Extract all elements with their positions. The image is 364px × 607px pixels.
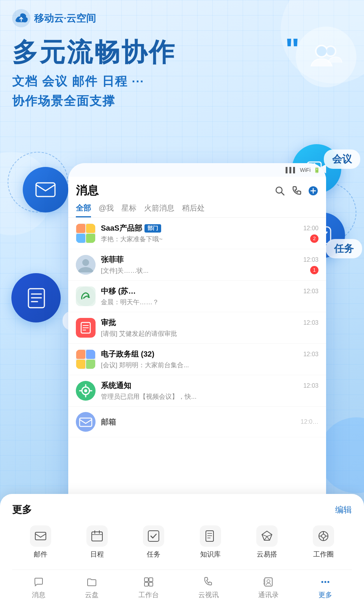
avatar (76, 318, 96, 338)
phone-status-bar: ▌▌▌ WiFi 🔋 (68, 163, 326, 177)
message-time: 12:03 (303, 288, 318, 295)
message-content: SaaS产品部 部门 12:00 李艳：大家准备下哦~ 2 (101, 223, 318, 244)
system-notification-icon (76, 381, 96, 401)
header-icons (275, 186, 318, 196)
list-item[interactable]: 日程 (86, 525, 108, 559)
battery-icon: 🔋 (314, 167, 320, 173)
svg-rect-61 (149, 578, 153, 582)
nav-item-cloud-disk[interactable]: 云盘 (85, 576, 99, 599)
message-sender: 审批 (101, 318, 116, 328)
phone-mockup: ▌▌▌ WiFi 🔋 消息 全 (68, 163, 326, 546)
list-item[interactable]: 云易搭 (256, 525, 278, 559)
nav-item-more[interactable]: 更多 (318, 576, 332, 599)
nav-item-video[interactable]: 云视讯 (198, 576, 219, 599)
svg-rect-46 (148, 531, 159, 541)
edit-button[interactable]: 编辑 (335, 504, 352, 516)
message-content: 审批 12:03 [请假] 艾健发起的请假审批 (101, 318, 318, 338)
svg-line-20 (281, 192, 284, 195)
message-sender: 中移 (苏… (101, 286, 136, 296)
svg-point-70 (324, 581, 326, 583)
add-icon[interactable] (308, 186, 318, 196)
svg-rect-63 (149, 582, 153, 586)
tab-later[interactable]: 稍后处 (182, 203, 205, 217)
task-app-label: 任务 (147, 550, 160, 559)
message-header: 消息 全部 @我 星标 火箭消息 稍后处 (68, 177, 326, 218)
mail-box-icon (34, 530, 47, 543)
message-content: 张菲菲 12:03 [文件]关……状... 1 (101, 255, 318, 275)
hero-title: 多元流畅协作 (12, 38, 352, 66)
message-sender: SaaS产品部 部门 (101, 223, 161, 233)
folder-icon (86, 577, 97, 587)
svg-line-53 (267, 536, 270, 540)
app-icons-row1: 邮件 日程 任务 (12, 525, 352, 559)
svg-rect-62 (144, 582, 148, 586)
table-row[interactable]: 系统通知 12:03 管理员已启用【视频会议】，快... (68, 375, 326, 407)
phone-call-icon (203, 577, 214, 587)
knowledge-box-icon (204, 530, 217, 543)
diamond-icon (260, 530, 273, 543)
svg-rect-60 (144, 578, 148, 582)
hero-section: 多元流畅协作 文档 会议 邮件 日程 ··· 协作场景全面支撑 (12, 38, 352, 110)
message-tabs: 全部 @我 星标 火箭消息 稍后处 (76, 203, 318, 217)
svg-rect-64 (265, 578, 272, 586)
meeting-label[interactable]: 会议 (324, 149, 360, 169)
table-row[interactable]: 邮箱 12:0… (68, 407, 326, 437)
hero-subtitle2: 协作场景全面支撑 (12, 93, 352, 110)
nav-workspace-label: 工作台 (138, 590, 159, 599)
more-dots-icon (320, 577, 331, 587)
doc-feature-circle[interactable] (11, 273, 61, 322)
mail-feature-circle[interactable] (23, 167, 68, 212)
task-label[interactable]: 任务 (326, 239, 362, 258)
table-row[interactable]: 审批 12:03 [请假] 艾健发起的请假审批 (68, 312, 326, 344)
person-avatar-icon (76, 255, 96, 275)
svg-point-71 (327, 581, 329, 583)
table-row[interactable]: 电子政务组 (32) 12:03 [会议] 郑明明：大家前台集合... (68, 344, 326, 375)
schedule-app-label: 日程 (90, 550, 104, 559)
svg-point-25 (82, 259, 89, 266)
table-row[interactable]: 张菲菲 12:03 [文件]关……状... 1 (68, 249, 326, 281)
list-item[interactable]: 知识库 (200, 525, 221, 559)
list-item[interactable]: 工作圈 (313, 525, 334, 559)
list-item[interactable]: 邮件 (30, 525, 51, 559)
tab-all[interactable]: 全部 (76, 203, 91, 217)
nav-more-label: 更多 (318, 590, 332, 599)
knowledge-app-label: 知识库 (200, 550, 221, 559)
message-content: 系统通知 12:03 管理员已启用【视频会议】，快... (101, 381, 318, 401)
message-preview: 李艳：大家准备下哦~ (101, 235, 163, 244)
table-row[interactable]: 中移 (苏… 12:03 金晨：明天午……？ (68, 281, 326, 312)
nav-video-icon (202, 576, 215, 588)
svg-point-55 (322, 534, 325, 538)
message-content: 中移 (苏… 12:03 金晨：明天午……？ (101, 286, 318, 307)
search-icon[interactable] (275, 186, 285, 196)
task-app-icon (143, 525, 164, 547)
avatar (76, 223, 96, 243)
wifi-icon: WiFi (300, 167, 311, 173)
nav-item-contacts[interactable]: 通讯录 (258, 576, 279, 599)
svg-point-39 (76, 412, 96, 432)
nav-more-icon (319, 576, 331, 588)
mail-icon (34, 178, 57, 201)
contacts-icon (263, 577, 274, 587)
doc-icon (24, 286, 49, 310)
work-circle-icon (317, 530, 330, 543)
message-preview: [请假] 艾健发起的请假审批 (101, 329, 318, 338)
message-time: 12:03 (303, 382, 318, 389)
tab-at-me[interactable]: @我 (99, 203, 114, 217)
nav-item-messages[interactable]: 消息 (32, 576, 46, 599)
message-preview: 管理员已启用【视频会议】，快... (101, 392, 318, 401)
list-item[interactable]: 任务 (143, 525, 164, 559)
message-sender: 张菲菲 (101, 255, 124, 265)
avatar (76, 286, 96, 306)
svg-point-38 (84, 389, 87, 392)
call-icon[interactable] (291, 186, 302, 196)
message-content: 电子政务组 (32) 12:03 [会议] 郑明明：大家前台集合... (101, 349, 318, 370)
nav-item-workspace[interactable]: 工作台 (138, 576, 159, 599)
bottom-panel: 更多 编辑 邮件 日程 (0, 494, 364, 607)
message-list: SaaS产品部 部门 12:00 李艳：大家准备下哦~ 2 (68, 218, 326, 437)
tab-rocket[interactable]: 火箭消息 (144, 203, 174, 217)
table-row[interactable]: SaaS产品部 部门 12:00 李艳：大家准备下哦~ 2 (68, 218, 326, 249)
tab-starred[interactable]: 星标 (121, 203, 136, 217)
message-content: 邮箱 12:0… (101, 417, 318, 427)
avatar (76, 412, 96, 432)
message-preview: [会议] 郑明明：大家前台集合... (101, 361, 318, 370)
